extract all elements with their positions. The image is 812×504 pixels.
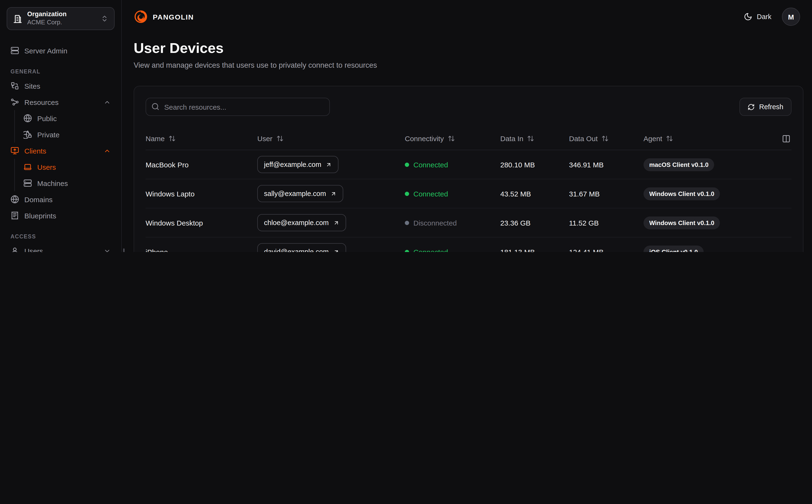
sidebar-item-label: Private bbox=[37, 130, 59, 139]
chevron-up-icon bbox=[104, 147, 111, 154]
chevron-up-icon bbox=[104, 98, 111, 106]
columns-visibility-icon[interactable] bbox=[781, 133, 791, 144]
sidebar-item-label: Machines bbox=[37, 179, 68, 187]
server-icon bbox=[23, 179, 32, 187]
search-icon bbox=[151, 103, 159, 111]
status-dot bbox=[405, 221, 409, 225]
column-header-agent[interactable]: Agent bbox=[644, 134, 777, 143]
section-label-general: GENERAL bbox=[10, 69, 111, 74]
agent-badge: Windows Client v0.1.0 bbox=[644, 216, 720, 229]
table-toolbar: Refresh bbox=[145, 98, 791, 116]
user-link-button[interactable]: sally@example.com bbox=[257, 185, 343, 202]
column-header-data-out[interactable]: Data Out bbox=[569, 134, 644, 143]
refresh-icon bbox=[748, 103, 755, 110]
data-out-value: 11.52 GB bbox=[569, 219, 644, 227]
sort-icon bbox=[527, 135, 534, 142]
data-out-value: 346.91 MB bbox=[569, 160, 644, 169]
clients-subnav: Users Machines bbox=[14, 159, 114, 191]
data-out-value: 124.41 MB bbox=[569, 248, 644, 252]
sidebar-scrollbar[interactable] bbox=[123, 248, 124, 252]
search-input[interactable] bbox=[145, 98, 330, 116]
search-box bbox=[145, 98, 330, 116]
column-header-name[interactable]: Name bbox=[145, 134, 257, 143]
page-header: User Devices View and manage devices tha… bbox=[122, 33, 812, 70]
column-header-connectivity[interactable]: Connectivity bbox=[405, 134, 500, 143]
resources-icon bbox=[10, 98, 19, 106]
sidebar-item-label: Server Admin bbox=[24, 46, 67, 55]
sidebar-item-label: Resources bbox=[24, 98, 58, 106]
user-email: chloe@example.com bbox=[264, 219, 329, 226]
device-name: MacBook Pro bbox=[145, 160, 257, 169]
section-label-access: ACCESS bbox=[10, 234, 111, 239]
org-selector-value: ACME Corp. bbox=[27, 19, 96, 27]
status-label: Connected bbox=[413, 248, 448, 252]
arrow-up-right-icon bbox=[333, 220, 339, 226]
table-row: Windows Desktop chloe@example.com Discon… bbox=[145, 208, 791, 237]
page-title: User Devices bbox=[134, 40, 800, 56]
column-header-user[interactable]: User bbox=[257, 134, 405, 143]
main-area: PANGOLIN Dark M User Devices View and ma… bbox=[122, 0, 812, 252]
resources-subnav: Public Private bbox=[14, 110, 114, 143]
arrow-up-right-icon bbox=[330, 190, 337, 197]
sort-icon bbox=[168, 135, 176, 142]
sidebar-item-private[interactable]: Private bbox=[20, 126, 114, 143]
monitor-up-icon bbox=[10, 146, 19, 155]
user-link-button[interactable]: david@example.com bbox=[257, 243, 346, 252]
refresh-button[interactable]: Refresh bbox=[739, 98, 791, 116]
theme-toggle-label: Dark bbox=[757, 13, 771, 21]
sites-icon bbox=[10, 82, 19, 90]
organization-selector[interactable]: Organization ACME Corp. bbox=[7, 7, 114, 30]
agent-badge: macOS Client v0.1.0 bbox=[644, 158, 714, 171]
receipt-icon bbox=[10, 211, 19, 220]
data-in-value: 181.13 MB bbox=[500, 248, 569, 252]
sidebar-item-users[interactable]: Users bbox=[7, 243, 114, 252]
globe-icon bbox=[10, 195, 19, 204]
app-root: Organization ACME Corp. Server Admin GEN… bbox=[0, 0, 812, 252]
sidebar: Organization ACME Corp. Server Admin GEN… bbox=[0, 0, 122, 252]
brand: PANGOLIN bbox=[134, 10, 194, 24]
avatar[interactable]: M bbox=[782, 8, 800, 26]
sidebar-item-blueprints[interactable]: Blueprints bbox=[7, 207, 114, 224]
org-selector-label: Organization bbox=[27, 11, 96, 19]
status-dot bbox=[405, 162, 409, 167]
status-label: Connected bbox=[413, 160, 448, 169]
page-subtitle: View and manage devices that users use t… bbox=[134, 61, 800, 70]
connectivity-status: Connected bbox=[405, 160, 500, 169]
connectivity-status: Connected bbox=[405, 248, 500, 252]
sidebar-item-label: Sites bbox=[24, 82, 40, 90]
sidebar-item-domains[interactable]: Domains bbox=[7, 191, 114, 207]
user-icon bbox=[10, 247, 19, 252]
user-email: jeff@example.com bbox=[264, 161, 321, 168]
user-link-button[interactable]: chloe@example.com bbox=[257, 214, 346, 231]
device-name: Windows Desktop bbox=[145, 219, 257, 227]
user-email: david@example.com bbox=[264, 248, 329, 252]
sidebar-nav: Server Admin GENERAL Sites Resources Pub… bbox=[0, 30, 121, 252]
sidebar-item-public[interactable]: Public bbox=[20, 110, 114, 126]
sidebar-item-label: Clients bbox=[24, 147, 46, 155]
sort-icon bbox=[666, 135, 673, 142]
user-link-button[interactable]: jeff@example.com bbox=[257, 156, 339, 173]
table-row: MacBook Pro jeff@example.com Connected 2… bbox=[145, 150, 791, 179]
globe-icon bbox=[23, 114, 32, 123]
status-dot bbox=[405, 191, 409, 196]
sidebar-item-machines[interactable]: Machines bbox=[20, 175, 114, 191]
sidebar-item-client-users[interactable]: Users bbox=[20, 159, 114, 175]
sort-icon bbox=[276, 135, 283, 142]
sidebar-item-clients[interactable]: Clients bbox=[7, 143, 114, 159]
sidebar-item-label: Users bbox=[24, 247, 43, 252]
sort-icon bbox=[601, 135, 608, 142]
brand-name: PANGOLIN bbox=[153, 13, 194, 21]
sidebar-item-server-admin[interactable]: Server Admin bbox=[7, 42, 114, 59]
table-row: iPhone david@example.com Connected 181.1… bbox=[145, 237, 791, 252]
sidebar-item-sites[interactable]: Sites bbox=[7, 78, 114, 94]
status-dot bbox=[405, 250, 409, 252]
data-in-value: 23.36 GB bbox=[500, 219, 569, 227]
device-name: iPhone bbox=[145, 248, 257, 252]
sidebar-item-label: Domains bbox=[24, 195, 52, 203]
column-header-data-in[interactable]: Data In bbox=[500, 134, 569, 143]
sort-icon bbox=[447, 135, 455, 142]
theme-toggle[interactable]: Dark bbox=[744, 12, 771, 21]
table-header: Name User Connectivity Data In Data Out bbox=[145, 127, 791, 150]
sidebar-item-resources[interactable]: Resources bbox=[7, 94, 114, 110]
chevrons-up-down-icon bbox=[101, 15, 108, 22]
